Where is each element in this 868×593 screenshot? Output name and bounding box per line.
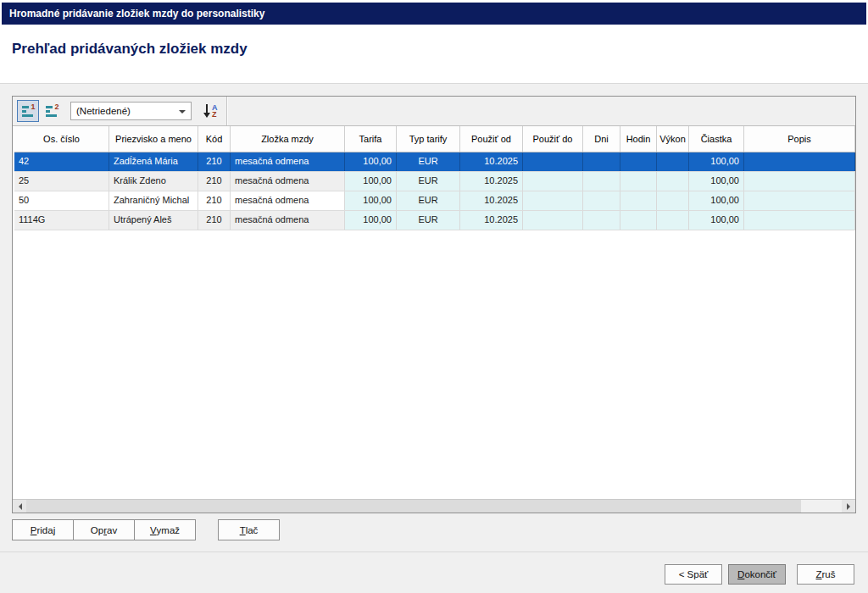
grid-header-row: Os. čísloPriezvisko a menoKódZložka mzdy…	[14, 126, 855, 152]
grid-panel: 1 2 (Netriedené) A Z	[12, 96, 856, 513]
dialog-body: 1 2 (Netriedené) A Z	[0, 83, 868, 593]
footer-separator	[0, 551, 868, 552]
wizard-buttons: < Späť Dokončiť Zruš	[665, 564, 854, 585]
column-header[interactable]: Popis	[744, 126, 855, 152]
cell	[744, 191, 855, 210]
cell: 100,00	[345, 191, 397, 210]
scroll-left-button[interactable]	[13, 500, 26, 513]
sort-order-value: (Netriedené)	[76, 106, 131, 116]
cell: 10.2025	[460, 211, 523, 230]
toolbar-separator	[226, 97, 228, 125]
data-grid: Os. čísloPriezvisko a menoKódZložka mzdy…	[13, 126, 855, 499]
sort-arrow-down-icon	[203, 104, 210, 119]
column-header[interactable]: Tarifa	[345, 126, 397, 152]
page-title: Prehľad pridávaných zložiek mzdy	[12, 41, 248, 58]
cell: 10.2025	[460, 191, 523, 210]
cell	[657, 211, 689, 230]
column-header[interactable]: Priezvisko a meno	[109, 126, 198, 152]
cell	[583, 152, 620, 171]
list-level-2-icon: 2	[46, 105, 58, 118]
cell	[583, 211, 620, 230]
sort-az-letters: A Z	[212, 104, 218, 118]
cell: Králik Zdeno	[109, 172, 198, 191]
edit-button[interactable]: Oprav	[73, 519, 135, 540]
list-level-1-icon: 1	[22, 105, 35, 118]
cell	[620, 211, 657, 230]
cell	[523, 172, 583, 191]
cell: mesačná odmena	[231, 211, 345, 230]
cell: 100,00	[689, 191, 744, 210]
column-header[interactable]: Výkon	[657, 126, 689, 152]
cell: 210	[198, 172, 231, 191]
cell	[744, 172, 855, 191]
cell	[744, 152, 855, 171]
cell: Zadĺžená Mária	[109, 152, 198, 171]
scroll-right-button[interactable]	[842, 500, 855, 513]
view-level-2-button[interactable]: 2	[41, 100, 63, 122]
grid-toolbar: 1 2 (Netriedené) A Z	[13, 97, 855, 126]
column-header[interactable]: Dni	[583, 126, 620, 152]
column-header[interactable]: Čiastka	[689, 126, 744, 152]
cell	[657, 191, 689, 210]
add-button[interactable]: Pridaj	[12, 519, 74, 540]
arrow-right-icon	[847, 503, 854, 510]
cell: 25	[14, 172, 109, 191]
print-button[interactable]: Tlač	[218, 519, 280, 540]
cancel-button[interactable]: Zruš	[797, 564, 854, 585]
cell: 100,00	[345, 172, 397, 191]
cell: Zahraničný Michal	[109, 191, 198, 210]
cell: 210	[198, 191, 231, 210]
finish-button[interactable]: Dokončiť	[728, 564, 786, 585]
scrollbar-thumb[interactable]	[26, 500, 801, 513]
cell: EUR	[397, 152, 460, 171]
window-titlebar: Hromadné pridávanie zložiek mzdy do pers…	[2, 3, 866, 25]
chevron-down-icon	[179, 110, 186, 117]
cell	[620, 191, 657, 210]
grid-body: 42Zadĺžená Mária210mesačná odmena100,00E…	[14, 152, 855, 230]
table-row[interactable]: 50Zahraničný Michal210mesačná odmena100,…	[14, 191, 855, 211]
column-header[interactable]: Použiť od	[460, 126, 523, 152]
arrow-left-icon	[15, 503, 22, 510]
cell: 210	[198, 211, 231, 230]
scrollbar-track[interactable]	[801, 500, 842, 513]
cell: 100,00	[345, 152, 397, 171]
column-header[interactable]: Typ tarify	[397, 126, 460, 152]
cell: 42	[14, 152, 109, 171]
cell: Utrápený Aleš	[109, 211, 198, 230]
cell: 50	[14, 191, 109, 210]
cell: 210	[198, 152, 231, 171]
window-title: Hromadné pridávanie zložiek mzdy do pers…	[9, 8, 264, 19]
column-header[interactable]: Použiť do	[523, 126, 583, 152]
view-level-1-button[interactable]: 1	[17, 100, 39, 122]
back-button[interactable]: < Späť	[665, 564, 722, 585]
column-header[interactable]: Kód	[198, 126, 231, 152]
cell: EUR	[397, 191, 460, 210]
column-header[interactable]: Os. číslo	[14, 126, 109, 152]
cell: 10.2025	[460, 152, 523, 171]
sort-order-select[interactable]: (Netriedené)	[70, 102, 192, 120]
cell	[620, 152, 657, 171]
table-row[interactable]: 1114GUtrápený Aleš210mesačná odmena100,0…	[14, 211, 855, 230]
cell	[523, 191, 583, 210]
cell: 100,00	[345, 211, 397, 230]
column-header[interactable]: Hodin	[620, 126, 657, 152]
cell: 1114G	[14, 211, 109, 230]
cell: mesačná odmena	[231, 172, 345, 191]
cell: EUR	[397, 172, 460, 191]
cell	[620, 172, 657, 191]
cell: 100,00	[689, 211, 744, 230]
grid-empty-area	[14, 230, 855, 499]
cell: mesačná odmena	[231, 191, 345, 210]
cell: 100,00	[689, 172, 744, 191]
delete-button[interactable]: Vymaž	[134, 519, 196, 540]
sort-az-button[interactable]: A Z	[203, 104, 218, 119]
column-header[interactable]: Zložka mzdy	[231, 126, 345, 152]
cell	[523, 152, 583, 171]
horizontal-scrollbar[interactable]	[13, 499, 855, 513]
record-action-buttons: Pridaj Oprav Vymaž Tlač	[12, 519, 279, 540]
table-row[interactable]: 42Zadĺžená Mária210mesačná odmena100,00E…	[14, 152, 855, 172]
cell: EUR	[397, 211, 460, 230]
table-row[interactable]: 25Králik Zdeno210mesačná odmena100,00EUR…	[14, 172, 855, 191]
cell	[744, 211, 855, 230]
cell	[583, 172, 620, 191]
